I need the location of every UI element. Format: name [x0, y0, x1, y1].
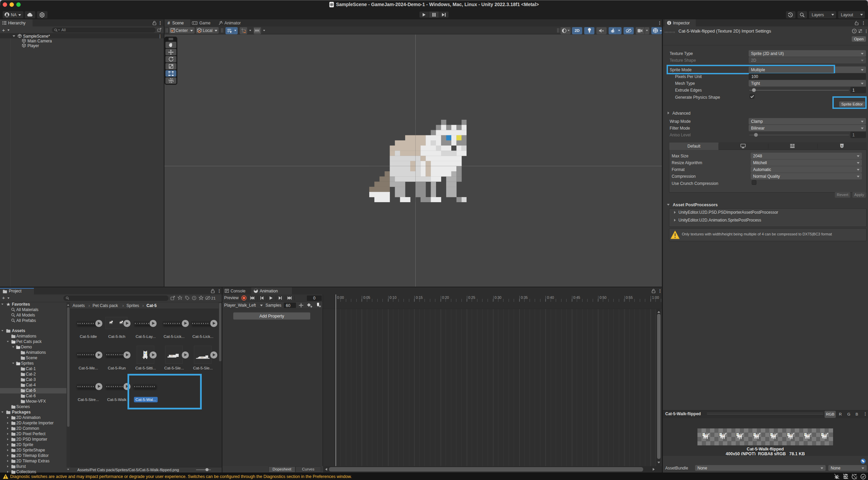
svg-text:5: 5 [841, 145, 843, 148]
svg-text:?: ? [853, 30, 855, 33]
svg-text:Y: Y [230, 31, 232, 33]
